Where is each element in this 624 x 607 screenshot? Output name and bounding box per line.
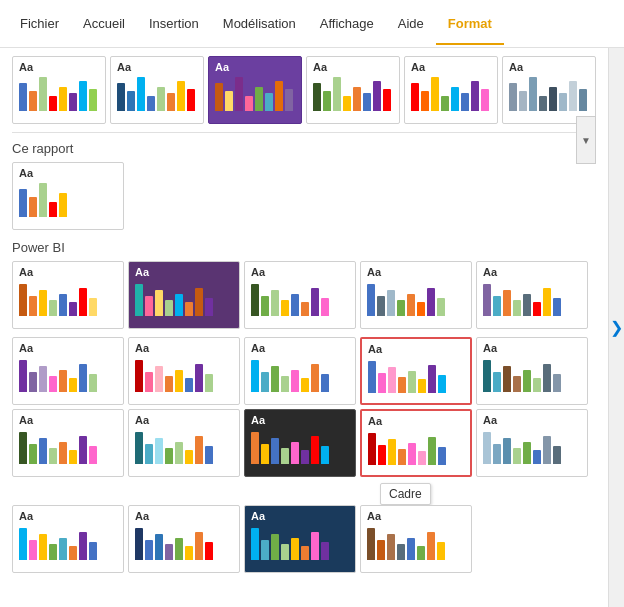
content-area: Aa Aa <box>0 48 624 607</box>
card-title: Aa <box>19 61 99 73</box>
ce-rapport-label: Ce rapport <box>12 141 596 156</box>
pbi-card-4[interactable]: Aa <box>360 261 472 329</box>
pbi-card-11[interactable]: Aa <box>12 409 124 477</box>
theme-panel: Aa Aa <box>0 48 608 607</box>
mini-bars <box>313 75 393 113</box>
mini-bars <box>411 75 491 113</box>
scroll-down-button[interactable]: ▼ <box>576 116 596 164</box>
ce-rapport-section: Aa <box>12 162 596 230</box>
mini-bars <box>509 75 589 113</box>
menu-insertion[interactable]: Insertion <box>137 2 211 45</box>
card-title: Aa <box>411 61 491 73</box>
expand-panel-button[interactable]: ❯ <box>608 48 624 607</box>
card-title: Aa <box>509 61 589 73</box>
theme-card-1[interactable]: Aa <box>12 56 106 124</box>
pbi-card-10[interactable]: Aa <box>476 337 588 405</box>
menu-affichage[interactable]: Affichage <box>308 2 386 45</box>
theme-card-4[interactable]: Aa <box>306 56 400 124</box>
pbi-card-9[interactable]: Aa <box>360 337 472 405</box>
menu-bar: Fichier Accueil Insertion Modélisation A… <box>0 0 624 48</box>
menu-format[interactable]: Format <box>436 2 504 45</box>
mini-bars <box>117 75 197 113</box>
theme-card-6[interactable]: Aa <box>502 56 596 124</box>
pbi-card-2[interactable]: Aa <box>128 261 240 329</box>
pbi-card-17[interactable]: Aa <box>128 505 240 573</box>
pbi-card-18[interactable]: Aa <box>244 505 356 573</box>
menu-modelisation[interactable]: Modélisation <box>211 2 308 45</box>
pbi-card-13[interactable]: Aa <box>244 409 356 477</box>
app-window: Fichier Accueil Insertion Modélisation A… <box>0 0 624 607</box>
mini-bars <box>215 75 295 113</box>
menu-accueil[interactable]: Accueil <box>71 2 137 45</box>
top-themes-row: Aa Aa <box>12 56 596 133</box>
theme-card-2[interactable]: Aa <box>110 56 204 124</box>
pbi-card-8[interactable]: Aa <box>244 337 356 405</box>
pbi-card-12[interactable]: Aa <box>128 409 240 477</box>
theme-card-3[interactable]: Aa <box>208 56 302 124</box>
ce-rapport-card[interactable]: Aa <box>12 162 124 230</box>
card-title: Aa <box>117 61 197 73</box>
card-title: Aa <box>19 167 117 179</box>
pbi-card-6[interactable]: Aa <box>12 337 124 405</box>
power-bi-row1: Aa Aa <box>12 261 596 329</box>
power-bi-row4: Aa Aa <box>12 505 596 573</box>
mini-bars <box>19 75 99 113</box>
pbi-card-7[interactable]: Aa <box>128 337 240 405</box>
card-title: Aa <box>215 61 295 73</box>
theme-card-5[interactable]: Aa <box>404 56 498 124</box>
card-title: Aa <box>313 61 393 73</box>
power-bi-row3: Aa Aa <box>12 409 596 477</box>
pbi-card-16[interactable]: Aa <box>12 505 124 573</box>
power-bi-label: Power BI <box>12 240 596 255</box>
mini-bars <box>19 181 117 219</box>
pbi-card-5[interactable]: Aa <box>476 261 588 329</box>
power-bi-row2: Aa Aa <box>12 337 596 405</box>
menu-fichier[interactable]: Fichier <box>8 2 71 45</box>
pbi-card-1[interactable]: Aa <box>12 261 124 329</box>
pbi-card-15[interactable]: Aa <box>476 409 588 477</box>
pbi-card-3[interactable]: Aa <box>244 261 356 329</box>
cadre-tooltip: Cadre <box>380 483 431 505</box>
pbi-card-14-wrapper: Aa Cadre <box>360 409 472 477</box>
menu-aide[interactable]: Aide <box>386 2 436 45</box>
pbi-card-19[interactable]: Aa <box>360 505 472 573</box>
pbi-card-14[interactable]: Aa <box>360 409 472 477</box>
